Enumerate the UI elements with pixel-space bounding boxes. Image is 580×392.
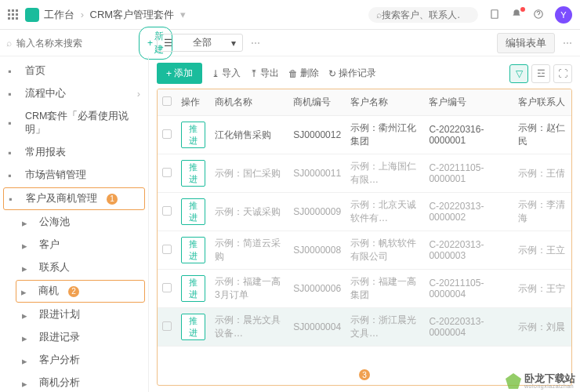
nav-icon: ▸ <box>22 310 33 321</box>
cell-name: 示例：国仁采购 <box>210 154 288 193</box>
avatar[interactable]: Y <box>555 6 572 24</box>
sidebar-item-label: 跟进记录 <box>39 331 80 344</box>
more-icon[interactable]: ⋯ <box>251 38 260 49</box>
help-icon[interactable] <box>533 9 546 21</box>
col-header-4[interactable]: 客户名称 <box>346 89 424 116</box>
cell-code: SJ0000012 <box>288 116 346 154</box>
promote-button[interactable]: 推进 <box>181 275 205 302</box>
cell-contact: 示例：刘晨 <box>513 308 571 347</box>
nav-icon: ▸ <box>22 240 33 251</box>
promote-button[interactable]: 推进 <box>181 198 205 225</box>
sidebar-item-label: 联系人 <box>39 261 70 274</box>
table-row[interactable]: 推进示例：天诚采购SJ0000009示例：北京天诚软件有…C-20220313-… <box>158 193 571 231</box>
view-selector[interactable]: ☰ 全部 ▾ <box>157 34 243 52</box>
cell-custcode: C-20220313-0000003 <box>424 231 513 270</box>
table-row[interactable]: 推进示例：简道云采购SJ0000008示例：帆软软件有限公司C-20220313… <box>158 231 571 270</box>
col-header-1[interactable]: 操作 <box>176 89 210 116</box>
row-checkbox[interactable] <box>162 245 172 254</box>
cell-custcode: C-20220316-0000001 <box>424 116 513 154</box>
table-row[interactable]: 推进江化销售采购SJ0000012示例：衢州江化集团C-20220316-000… <box>158 116 571 154</box>
list-icon: ☰ <box>164 38 172 49</box>
delete-button[interactable]: 🗑 删除 <box>288 67 319 80</box>
row-checkbox[interactable] <box>162 283 172 292</box>
table-row[interactable]: 推进示例：晨光文具设备…SJ0000004示例：浙江晨光文具…C-2022031… <box>158 308 571 347</box>
nav-icon: ▸ <box>22 217 33 228</box>
cell-code: SJ0000004 <box>288 308 346 347</box>
sidebar-item-label: 客户及商机管理 <box>26 192 97 205</box>
cell-code: SJ0000009 <box>288 193 346 231</box>
bell-icon[interactable] <box>511 9 524 21</box>
col-header-2[interactable]: 商机名称 <box>210 89 288 116</box>
col-header-5[interactable]: 客户编号 <box>424 89 513 116</box>
sidebar-item-7[interactable]: ▸客户 <box>0 234 148 256</box>
row-checkbox[interactable] <box>162 168 172 177</box>
chevron-down-icon: ▾ <box>231 38 236 49</box>
table-row[interactable]: 推进示例：国仁采购SJ0000011示例：上海国仁有限…C-20211105-0… <box>158 154 571 193</box>
col-header-3[interactable]: 商机编号 <box>288 89 346 116</box>
edit-form-button[interactable]: 编辑表单 <box>497 33 555 53</box>
sidebar-item-9[interactable]: ▸商机2 <box>16 280 145 303</box>
cell-code: SJ0000011 <box>288 154 346 193</box>
row-checkbox[interactable] <box>162 206 172 216</box>
cell-code: SJ0000006 <box>288 270 346 308</box>
cell-custcode: C-20211105-0000004 <box>424 270 513 308</box>
sidebar-search-input[interactable] <box>16 38 134 49</box>
global-search[interactable]: ⌕ <box>368 7 478 23</box>
filter-icon[interactable]: ▽ <box>509 64 528 83</box>
sidebar: ▪首页▪流程中心›▪CRM套件「必看使用说明」▪常用报表▪市场营销管理▪客户及商… <box>0 56 149 392</box>
chevron-right-icon: › <box>137 89 140 100</box>
nav-icon: ▸ <box>22 332 33 343</box>
notebook-icon[interactable] <box>489 9 502 21</box>
more-icon[interactable]: ⋯ <box>563 38 572 49</box>
sidebar-item-label: CRM套件「必看使用说明」 <box>25 110 140 136</box>
breadcrumb: 工作台 › CRM客户管理套件 ▾ <box>44 8 189 22</box>
table-row[interactable]: 推进示例：福建一高3月订单SJ0000006示例：福建一高集团C-2021110… <box>158 270 571 308</box>
cell-cust: 示例：衢州江化集团 <box>346 116 424 154</box>
log-button[interactable]: ↻ 操作记录 <box>328 67 376 80</box>
nav-icon: ▪ <box>9 194 20 205</box>
sidebar-item-11[interactable]: ▸跟进记录 <box>0 326 148 349</box>
cell-contact: 示例：王立 <box>513 231 571 270</box>
expand-icon[interactable]: ⛶ <box>553 64 572 83</box>
toolbar: + 添加 ⤓ 导入 ⤒ 导出 🗑 删除 ↻ 操作记录 ▽ ☲ ⛶ <box>157 63 572 84</box>
add-button[interactable]: + 添加 <box>157 63 202 84</box>
sidebar-item-label: 客户 <box>39 238 60 252</box>
col-header-0[interactable] <box>158 89 176 116</box>
promote-button[interactable]: 推进 <box>181 314 205 340</box>
row-checkbox[interactable] <box>162 321 172 331</box>
cell-name: 示例：晨光文具设备… <box>210 308 288 347</box>
checkbox-all[interactable] <box>162 96 172 106</box>
table: 操作商机名称商机编号客户名称客户编号客户联系人 推进江化销售采购SJ000001… <box>157 89 572 386</box>
sidebar-item-5[interactable]: ▪客户及商机管理1 <box>3 187 145 210</box>
sidebar-item-10[interactable]: ▸跟进计划 <box>0 303 148 326</box>
sidebar-item-12[interactable]: ▸客户分析 <box>0 349 148 372</box>
sidebar-item-3[interactable]: ▪常用报表 <box>0 141 148 164</box>
nav-icon: ▸ <box>22 263 33 274</box>
cell-contact: 示例：李清海 <box>513 193 571 231</box>
cell-contact: 示例：王宁 <box>513 270 571 308</box>
sidebar-item-13[interactable]: ▸商机分析 <box>0 372 148 392</box>
app-grid-icon[interactable] <box>8 9 19 20</box>
svg-rect-0 <box>491 9 498 18</box>
sidebar-item-8[interactable]: ▸联系人 <box>0 256 148 279</box>
columns-icon[interactable]: ☲ <box>531 64 550 83</box>
sidebar-item-1[interactable]: ▪流程中心› <box>0 82 148 105</box>
row-checkbox[interactable] <box>162 129 172 139</box>
crumb-app[interactable]: CRM客户管理套件 <box>90 9 175 20</box>
promote-button[interactable]: 推进 <box>181 160 205 187</box>
import-button[interactable]: ⤓ 导入 <box>212 67 241 80</box>
sidebar-item-6[interactable]: ▸公海池 <box>0 211 148 234</box>
sidebar-item-2[interactable]: ▪CRM套件「必看使用说明」 <box>0 105 148 141</box>
sidebar-item-0[interactable]: ▪首页 <box>0 60 148 82</box>
export-button[interactable]: ⤒ 导出 <box>250 67 279 80</box>
crumb-workspace[interactable]: 工作台 <box>44 9 74 20</box>
promote-button[interactable]: 推进 <box>181 237 205 263</box>
col-header-6[interactable]: 客户联系人 <box>513 89 571 116</box>
promote-button[interactable]: 推进 <box>181 122 205 148</box>
search-icon: ⌕ <box>376 9 382 20</box>
nav-icon: ▪ <box>8 118 19 129</box>
global-search-input[interactable] <box>382 9 460 20</box>
nav-icon: ▸ <box>22 355 33 366</box>
sidebar-item-4[interactable]: ▪市场营销管理 <box>0 164 148 187</box>
sidebar-item-label: 流程中心 <box>25 87 66 100</box>
